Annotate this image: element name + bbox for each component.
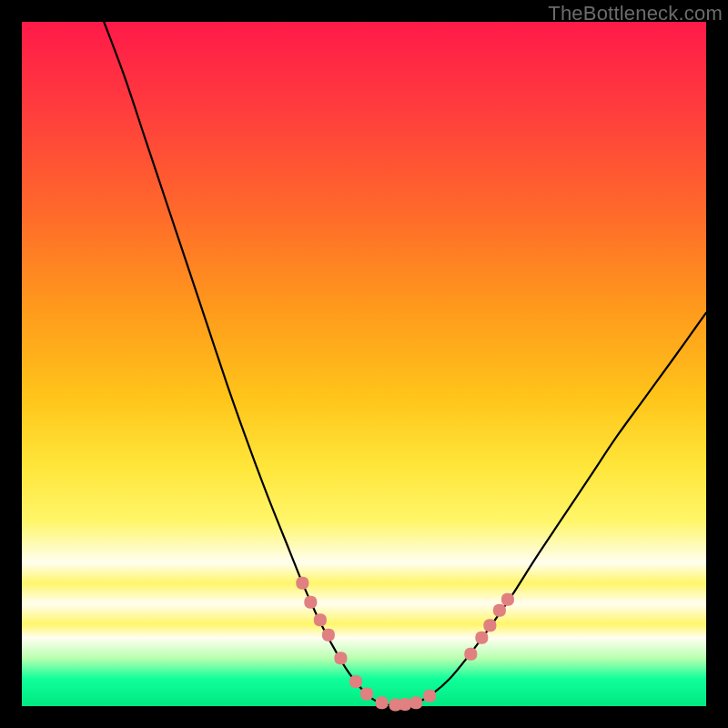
highlight-markers	[296, 577, 514, 712]
marker-point	[334, 652, 347, 664]
plot-area	[22, 22, 706, 706]
marker-point	[360, 687, 373, 700]
chart-frame: TheBottleneck.com	[0, 0, 728, 728]
marker-point	[399, 698, 411, 711]
marker-point	[314, 613, 327, 626]
marker-point	[304, 596, 317, 609]
bottleneck-curve	[104, 22, 706, 705]
marker-point	[423, 690, 436, 703]
marker-point	[483, 619, 496, 632]
marker-point	[296, 577, 308, 590]
marker-point	[493, 604, 506, 617]
marker-point	[322, 629, 335, 642]
marker-point	[349, 675, 362, 688]
marker-point	[475, 632, 488, 644]
marker-point	[501, 593, 514, 606]
curve-layer	[22, 22, 706, 706]
marker-point	[376, 696, 389, 709]
marker-point	[464, 648, 477, 661]
marker-point	[410, 696, 422, 709]
